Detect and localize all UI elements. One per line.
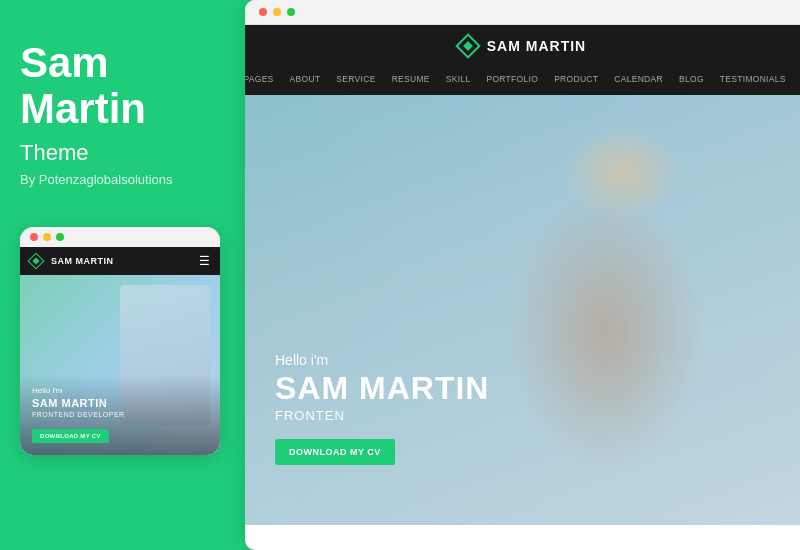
dot-green-dot — [56, 233, 64, 241]
nav-resume[interactable]: RESUME — [384, 68, 438, 90]
nav-product[interactable]: PRODUCT — [546, 68, 606, 90]
theme-author: By Potenzaglobalsolutions — [20, 172, 228, 187]
nav-contact[interactable]: CONTACT — [794, 68, 800, 90]
mobile-hello-text: Hello i'm — [32, 386, 208, 395]
mobile-logo-icon — [28, 253, 45, 270]
mobile-nav: SAM MARTIN ☰ — [20, 247, 220, 275]
mobile-name-text: SAM MARTIN — [32, 397, 208, 409]
dot-red — [30, 233, 38, 241]
desktop-logo-icon — [455, 33, 480, 58]
nav-testimonials[interactable]: TESTIMONIALS — [712, 68, 794, 90]
mobile-hero-overlay: Hello i'm SAM MARTIN FRONTEND DEVELOPER … — [20, 374, 220, 455]
desktop-dot-green — [287, 8, 295, 16]
desktop-nav: SAM MARTIN HOME PAGES ABOUT SERVICE RESU… — [245, 25, 800, 95]
desktop-download-btn[interactable]: DOWNLOAD MY CV — [275, 439, 395, 465]
theme-title: Sam Martin — [20, 40, 228, 132]
desktop-dot-yellow — [273, 8, 281, 16]
desktop-hello-text: Hello i'm — [275, 352, 489, 368]
left-panel: Sam Martin Theme By Potenzaglobalsolutio… — [0, 0, 248, 550]
theme-subtitle: Theme — [20, 140, 228, 166]
mobile-mockup: SAM MARTIN ☰ Hello i'm SAM MARTIN FRONTE… — [20, 227, 220, 455]
mobile-hamburger-icon[interactable]: ☰ — [199, 254, 210, 268]
desktop-role-text: FRONTEN — [275, 408, 489, 423]
nav-about[interactable]: ABOUT — [282, 68, 329, 90]
mobile-logo-area: SAM MARTIN — [30, 255, 114, 267]
mobile-browser-bar — [20, 227, 220, 247]
desktop-browser-bar — [245, 0, 800, 25]
nav-portfolio[interactable]: PORTFOLIO — [478, 68, 546, 90]
dot-yellow — [43, 233, 51, 241]
desktop-name-text: SAM MARTIN — [275, 372, 489, 404]
mobile-download-btn[interactable]: DOWNLOAD MY CV — [32, 429, 109, 443]
desktop-hero: Hello i'm SAM MARTIN FRONTEN DOWNLOAD MY… — [245, 95, 800, 525]
nav-calendar[interactable]: CALENDAR — [606, 68, 671, 90]
mobile-role-text: FRONTEND DEVELOPER — [32, 411, 208, 418]
nav-pages[interactable]: PAGES — [245, 68, 282, 90]
mobile-site-name: SAM MARTIN — [51, 256, 114, 266]
desktop-nav-links: HOME PAGES ABOUT SERVICE RESUME SKILL PO… — [265, 67, 780, 95]
desktop-dot-red — [259, 8, 267, 16]
desktop-nav-top: SAM MARTIN — [265, 25, 780, 67]
desktop-mockup: SAM MARTIN HOME PAGES ABOUT SERVICE RESU… — [245, 0, 800, 550]
desktop-hero-content: Hello i'm SAM MARTIN FRONTEN DOWNLOAD MY… — [275, 352, 489, 465]
nav-blog[interactable]: BLOG — [671, 68, 712, 90]
mobile-hero: Hello i'm SAM MARTIN FRONTEND DEVELOPER … — [20, 275, 220, 455]
nav-service[interactable]: SERVICE — [328, 68, 383, 90]
nav-skill[interactable]: SKILL — [438, 68, 479, 90]
desktop-site-name: SAM MARTIN — [487, 38, 586, 54]
